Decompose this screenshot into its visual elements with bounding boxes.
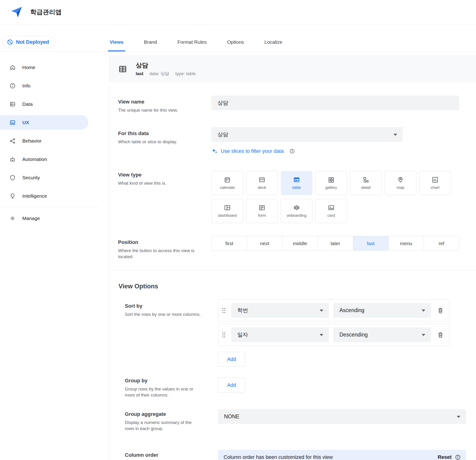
sidebar-item-info[interactable]: Info [0,78,88,93]
view-type-options: calendar deck [212,171,459,223]
sidebar-item-manage[interactable]: Manage [0,211,88,226]
drag-handle-icon[interactable] [221,307,227,314]
sort-direction-select[interactable]: Descending [333,327,431,342]
view-editor-panel: 상담 last data: 상담 type: table View na [109,52,476,460]
sidebar-item-label: Manage [22,216,40,221]
group-aggregate-select[interactable]: NONE [218,409,466,424]
group-aggregate-value: NONE [224,414,239,420]
view-meta: last data: 상담 type: table [136,71,202,77]
sort-rule-row: 학번 Ascending [218,299,449,321]
sidebar: Home Info Data [0,52,109,460]
position-first[interactable]: first [212,236,247,251]
appsheet-logo-icon[interactable] [10,6,23,18]
sort-column-select[interactable]: 학번 [231,303,329,318]
add-sort-button[interactable]: Add [218,352,245,366]
sort-direction-value: Descending [340,332,368,338]
tab-views[interactable]: Views [109,39,124,52]
sort-by-row: Sort by Sort the rows by one or more col… [109,299,476,366]
view-type-chart[interactable]: chart [419,171,451,195]
view-type-card[interactable]: card [315,199,347,223]
chart-icon [432,176,439,183]
view-type-deck[interactable]: deck [246,171,278,195]
not-deployed-button[interactable]: Not Deployed [2,36,55,48]
column-order-row: Column order Display columns in a differ… [109,450,476,460]
sort-column-select[interactable]: 일자 [231,327,329,342]
sidebar-item-data[interactable]: Data [0,97,88,111]
form-icon [258,204,265,211]
tab-options[interactable]: Options [227,39,244,52]
delete-sort-button[interactable] [437,331,444,338]
position-row: Position Where the button to access this… [109,236,476,260]
top-tabs: Views Brand Format Rules Options Localiz… [109,39,302,52]
card-icon [328,204,335,211]
view-type-help: What kind of view this is. [118,180,195,186]
automation-icon [9,156,16,163]
info-icon[interactable] [289,148,295,154]
delete-sort-button[interactable] [437,307,444,314]
drag-handle-icon[interactable] [221,331,227,338]
view-type-calendar[interactable]: calendar [212,171,243,195]
sidebar-item-automation[interactable]: Automation [0,152,88,166]
sidebar-item-intelligence[interactable]: Intelligence [0,189,88,203]
for-this-data-select[interactable]: 상담 [212,127,403,142]
view-name-row: View name The unique name for this view.… [109,95,476,113]
view-type-gallery[interactable]: gallery [315,171,347,195]
position-ref[interactable]: ref [424,236,459,251]
sidebar-item-label: Behavior [22,138,42,144]
view-type-label: View type [118,172,212,178]
onboarding-icon [293,204,300,211]
sidebar-item-label: Intelligence [22,193,47,199]
sidebar-item-label: Security [22,175,40,181]
sidebar-item-label: Automation [22,156,47,162]
sort-direction-select[interactable]: Ascending [333,303,431,318]
sort-column-value: 일자 [237,331,248,338]
view-name-help: The unique name for this view. [118,107,195,113]
view-type-detail[interactable]: detail [350,171,382,195]
position-next[interactable]: next [247,236,282,251]
sidebar-item-ux[interactable]: UX [0,115,88,130]
chevron-down-icon [320,310,323,312]
view-name-input[interactable]: 상담 [212,95,459,110]
add-group-button[interactable]: Add [218,378,245,392]
position-later[interactable]: later [317,236,353,251]
view-type-onboarding[interactable]: onboarding [281,199,312,223]
position-last[interactable]: last [353,236,388,251]
tab-format-rules[interactable]: Format Rules [177,39,207,52]
sort-direction-value: Ascending [340,307,365,313]
table-view-icon [118,65,127,73]
view-header: 상담 last data: 상담 type: table [109,55,476,83]
view-data-meta: data: 상담 [149,71,170,77]
view-type-form[interactable]: form [246,199,278,223]
data-icon [9,101,16,107]
tab-brand[interactable]: Brand [143,39,157,52]
group-aggregate-label: Group aggregate [125,411,218,417]
view-type-meta: type: table [175,71,196,76]
group-by-row: Group by Group rows by the values in one… [109,378,476,398]
deck-icon [258,176,265,183]
view-type-dashboard[interactable]: dashboard [212,199,243,223]
group-aggregate-help: Display a numeric summary of the rows in… [125,419,202,432]
sidebar-item-security[interactable]: Security [0,170,88,185]
for-this-data-label: For this data [118,130,212,137]
sidebar-item-behavior[interactable]: Behavior [0,133,88,148]
view-type-table[interactable]: table [281,171,312,195]
chevron-down-icon [393,134,397,136]
chevron-down-icon [457,416,460,418]
info-icon[interactable] [455,454,461,460]
reset-column-order-button[interactable]: Reset [438,454,452,460]
position-menu[interactable]: menu [388,236,424,251]
home-icon [9,64,16,71]
view-position-badge: last [136,71,143,76]
view-type-row: View type What kind of view this is. [109,171,476,223]
view-type-map[interactable]: map [385,171,416,195]
not-deployed-icon [7,39,13,45]
sort-by-help: Sort the rows by one or more columns. [125,311,202,317]
position-help: Where the button to access this view is … [118,248,195,260]
lightbulb-icon [9,193,16,199]
position-middle[interactable]: middle [282,236,317,251]
for-this-data-value: 상담 [218,131,228,138]
sidebar-item-home[interactable]: Home [0,60,88,75]
tab-localize[interactable]: Localize [264,39,283,52]
app-title: 학급관리앱 [30,8,62,16]
use-slices-link[interactable]: Use slices to filter your data [212,148,459,154]
